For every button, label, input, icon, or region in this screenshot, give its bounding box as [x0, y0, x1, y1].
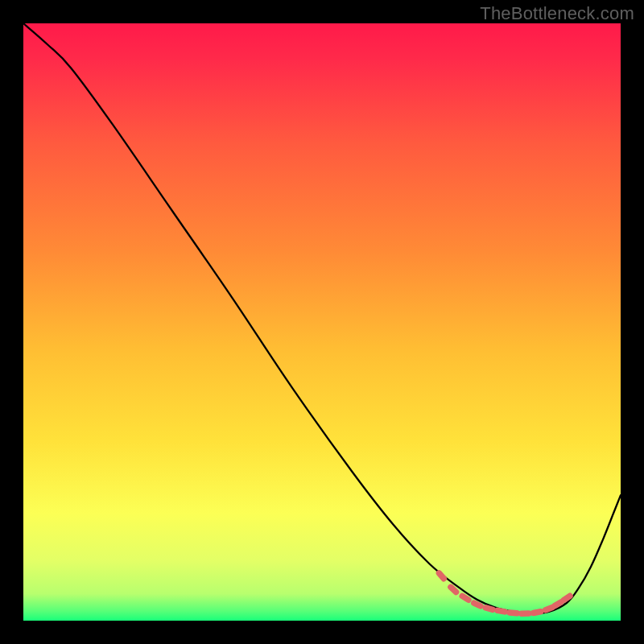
curve-marker — [510, 613, 517, 613]
curve-marker — [534, 612, 541, 613]
curve-marker — [439, 573, 444, 579]
curve-marker — [451, 587, 456, 592]
curve-marker — [497, 610, 505, 612]
gradient-bg — [23, 23, 621, 621]
curve-marker — [555, 602, 561, 606]
curve-marker — [485, 608, 493, 609]
curve-marker — [462, 596, 469, 600]
watermark-text: TheBottleneck.com — [480, 3, 634, 24]
curve-marker — [564, 596, 569, 600]
plot-svg — [23, 23, 621, 621]
chart-frame: TheBottleneck.com — [0, 0, 644, 644]
curve-marker — [474, 603, 481, 606]
curve-marker — [546, 607, 552, 609]
plot-area — [23, 23, 621, 621]
